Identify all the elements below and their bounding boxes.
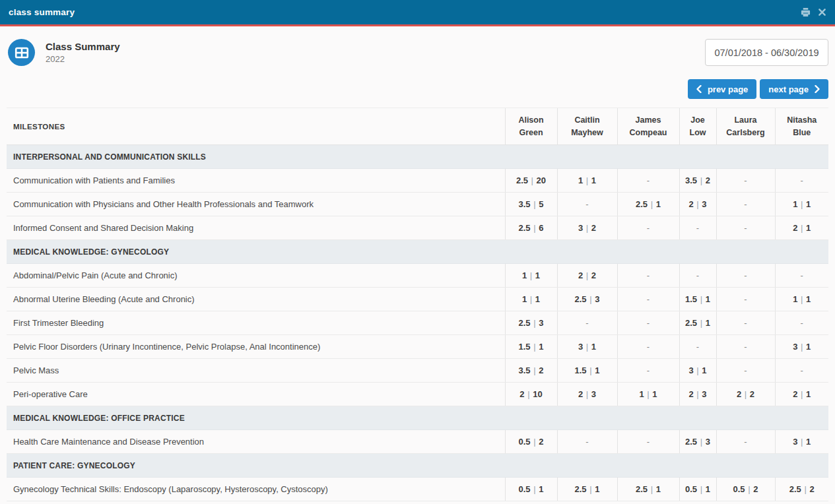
- milestone-row: Gynecology Technical Skills: Endoscopy (…: [7, 478, 828, 501]
- milestone-label: Communication with Physicians and Other …: [7, 193, 505, 216]
- score-cell: 1 | 1: [557, 169, 617, 193]
- section-title: INTERPERSONAL AND COMMUNICATION SKILLS: [7, 145, 828, 169]
- milestone-label: Informed Consent and Shared Decision Mak…: [7, 216, 505, 240]
- score-cell: 2.5 | 1: [617, 478, 679, 501]
- score-cell: 2 | 2: [557, 264, 617, 288]
- score-cell: -: [716, 264, 775, 288]
- milestone-row: Informed Consent and Shared Decision Mak…: [7, 216, 828, 240]
- milestone-label: Pelvic Mass: [7, 359, 505, 383]
- score-cell: 1 | 1: [775, 288, 828, 311]
- score-cell: -: [716, 335, 775, 359]
- score-cell: 2.5 | 1: [557, 478, 617, 501]
- next-page-button[interactable]: next page: [760, 79, 828, 99]
- window-titlebar: class summary: [0, 0, 835, 26]
- score-cell: 2.5 | 6: [505, 216, 557, 240]
- score-cell: 3 | 2: [557, 216, 617, 240]
- score-cell: 2 | 3: [679, 193, 716, 216]
- score-cell: -: [775, 359, 828, 383]
- score-cell: -: [679, 335, 716, 359]
- student-first-name: James: [618, 114, 679, 126]
- page-header: Class Summary 2022 07/01/2018 - 06/30/20…: [0, 26, 835, 108]
- student-column-header: JoeLow: [679, 108, 716, 145]
- score-cell: -: [716, 169, 775, 193]
- score-cell: 2.5 | 3: [557, 288, 617, 311]
- score-cell: 3.5 | 5: [505, 193, 557, 216]
- milestone-row: Abdominal/Pelvic Pain (Acute and Chronic…: [7, 264, 828, 288]
- student-first-name: Laura: [717, 114, 775, 126]
- milestone-row: Health Care Maintenance and Disease Prev…: [7, 430, 828, 454]
- score-cell: 2 | 10: [505, 383, 557, 406]
- score-cell: -: [617, 359, 679, 383]
- score-cell: -: [716, 359, 775, 383]
- next-page-label: next page: [768, 84, 809, 94]
- chevron-right-icon: [815, 85, 820, 93]
- close-icon[interactable]: [818, 9, 826, 16]
- class-summary-table: MILESTONESAlisonGreenCaitlinMayhewJamesC…: [7, 108, 828, 501]
- score-cell: 0.5 | 2: [716, 478, 775, 501]
- student-column-header: NitashaBlue: [775, 108, 828, 145]
- score-cell: 1.5 | 1: [505, 335, 557, 359]
- page-title: Class Summary: [46, 40, 120, 53]
- table-icon: [15, 46, 29, 59]
- score-cell: 1.5 | 1: [557, 359, 617, 383]
- milestone-label: Communication with Patients and Families: [7, 169, 505, 193]
- milestone-label: Peri-operative Care: [7, 383, 505, 406]
- student-last-name: Carlsberg: [717, 127, 775, 139]
- milestone-label: Abdominal/Pelvic Pain (Acute and Chronic…: [7, 264, 505, 288]
- section-title: MEDICAL KNOWLEDGE: GYNECOLOGY: [7, 240, 828, 264]
- milestones-column-header: MILESTONES: [7, 108, 505, 145]
- section-title: PATIENT CARE: GYNECOLOGY: [7, 454, 828, 478]
- student-first-name: Joe: [680, 114, 716, 126]
- score-cell: 2.5 | 1: [617, 193, 679, 216]
- table-header: MILESTONESAlisonGreenCaitlinMayhewJamesC…: [7, 108, 828, 145]
- milestone-row: Communication with Physicians and Other …: [7, 193, 828, 216]
- score-cell: -: [617, 311, 679, 335]
- score-cell: 3 | 1: [557, 335, 617, 359]
- score-cell: 0.5 | 1: [505, 478, 557, 501]
- score-cell: 2.5 | 3: [679, 430, 716, 454]
- date-range-picker[interactable]: 07/01/2018 - 06/30/2019: [705, 39, 828, 66]
- score-cell: 0.5 | 2: [505, 430, 557, 454]
- score-cell: 2 | 1: [775, 216, 828, 240]
- student-last-name: Mayhew: [558, 127, 617, 139]
- score-cell: -: [679, 264, 716, 288]
- milestone-label: First Trimester Bleeding: [7, 311, 505, 335]
- milestone-label: Pelvic Floor Disorders (Urinary Incontin…: [7, 335, 505, 359]
- section-header-row: PATIENT CARE: GYNECOLOGY: [7, 454, 828, 478]
- score-cell: 1 | 1: [505, 288, 557, 311]
- student-last-name: Blue: [776, 127, 829, 139]
- prev-page-label: prev page: [708, 84, 748, 94]
- milestone-label: Health Care Maintenance and Disease Prev…: [7, 430, 505, 454]
- score-cell: 2.5 | 20: [505, 169, 557, 193]
- student-first-name: Caitlin: [558, 114, 617, 126]
- score-cell: -: [617, 288, 679, 311]
- student-column-header: JamesCompeau: [617, 108, 679, 145]
- student-column-header: AlisonGreen: [505, 108, 557, 145]
- score-cell: 3.5 | 2: [679, 169, 716, 193]
- section-title: MEDICAL KNOWLEDGE: OFFICE PRACTICE: [7, 406, 828, 430]
- score-cell: -: [775, 311, 828, 335]
- score-cell: 0.5 | 1: [679, 478, 716, 501]
- score-cell: 1 | 1: [617, 383, 679, 406]
- date-range-value: 07/01/2018 - 06/30/2019: [714, 47, 818, 58]
- score-cell: -: [617, 264, 679, 288]
- score-cell: 3 | 1: [679, 359, 716, 383]
- score-cell: -: [716, 430, 775, 454]
- table-body: INTERPERSONAL AND COMMUNICATION SKILLSCo…: [7, 145, 828, 501]
- student-column-header: CaitlinMayhew: [557, 108, 617, 145]
- score-cell: -: [557, 193, 617, 216]
- section-header-row: MEDICAL KNOWLEDGE: OFFICE PRACTICE: [7, 406, 828, 430]
- section-header-row: INTERPERSONAL AND COMMUNICATION SKILLS: [7, 145, 828, 169]
- score-cell: -: [679, 216, 716, 240]
- milestone-row: Pelvic Mass3.5 | 21.5 | 1-3 | 1--: [7, 359, 828, 383]
- header-row: MILESTONESAlisonGreenCaitlinMayhewJamesC…: [7, 108, 828, 145]
- score-cell: -: [617, 216, 679, 240]
- print-icon[interactable]: [801, 7, 811, 17]
- score-cell: -: [716, 216, 775, 240]
- score-cell: 1 | 1: [505, 264, 557, 288]
- milestone-row: Pelvic Floor Disorders (Urinary Incontin…: [7, 335, 828, 359]
- prev-page-button[interactable]: prev page: [688, 79, 756, 99]
- score-cell: 1 | 1: [775, 193, 828, 216]
- score-cell: 2.5 | 3: [505, 311, 557, 335]
- score-cell: 3.5 | 2: [505, 359, 557, 383]
